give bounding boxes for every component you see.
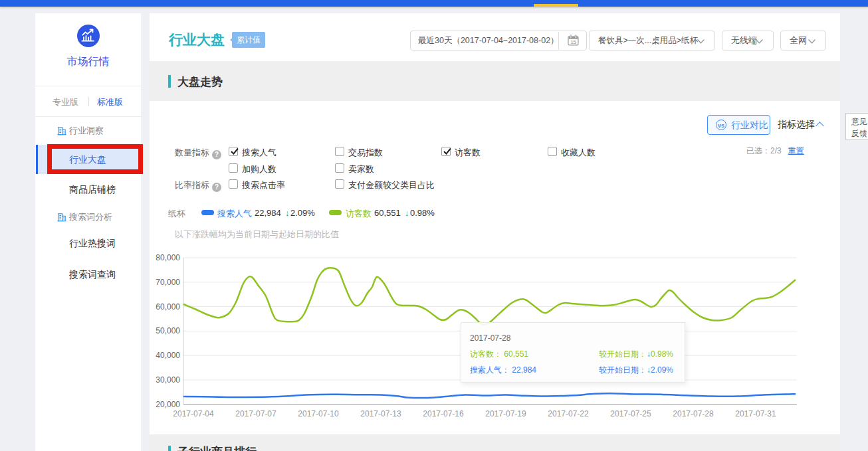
svg-text:2017-07-10: 2017-07-10	[298, 409, 339, 418]
svg-text:2017-07-31: 2017-07-31	[735, 409, 776, 418]
svg-text:2017-07-07: 2017-07-07	[235, 409, 276, 418]
svg-text:20,000: 20,000	[156, 400, 180, 409]
svg-text:40,000: 40,000	[156, 351, 180, 360]
svg-text:2017-07-22: 2017-07-22	[548, 409, 589, 418]
svg-text:2017-07-19: 2017-07-19	[485, 409, 526, 418]
svg-text:15: 15	[570, 39, 576, 45]
svg-text:2017-07-25: 2017-07-25	[610, 409, 651, 418]
svg-text:70,000: 70,000	[156, 278, 180, 287]
svg-text:2017-07-04: 2017-07-04	[173, 409, 214, 418]
svg-text:80,000: 80,000	[156, 253, 180, 262]
svg-text:30,000: 30,000	[156, 375, 180, 385]
svg-text:2017-07-16: 2017-07-16	[423, 409, 464, 418]
svg-text:60,000: 60,000	[156, 302, 180, 312]
svg-text:2017-07-13: 2017-07-13	[360, 409, 401, 418]
svg-text:50,000: 50,000	[156, 326, 180, 335]
svg-text:2017-07-28: 2017-07-28	[673, 409, 714, 418]
